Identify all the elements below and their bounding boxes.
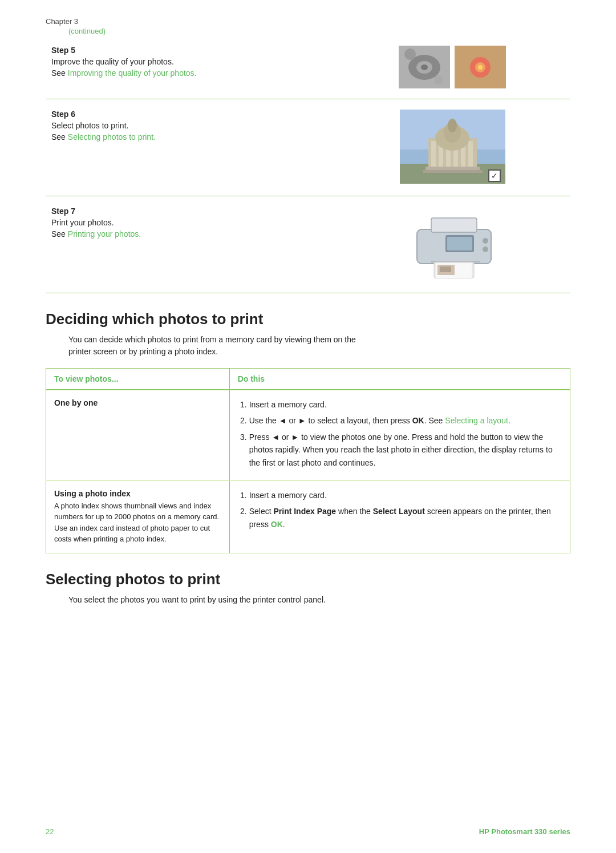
col-view-header: To view photos... — [46, 369, 230, 390]
footer-product-name: HP Photosmart 330 series — [479, 827, 570, 836]
svg-point-9 — [478, 65, 483, 70]
step-7-printer-icon — [400, 207, 505, 281]
svg-rect-39 — [440, 266, 451, 272]
do-item-1-3: Press ◄ or ► to view the photos one by o… — [249, 431, 562, 469]
step-5-see: See Improving the quality of your photos… — [51, 68, 329, 78]
step-6-link[interactable]: Selecting photos to print. — [68, 132, 156, 142]
step-5-row: Step 5 Improve the quality of your photo… — [46, 35, 570, 99]
step-6-checkmark-icon: ✓ — [488, 169, 501, 182]
svg-rect-16 — [431, 141, 436, 169]
svg-rect-26 — [423, 170, 483, 173]
svg-rect-21 — [468, 141, 473, 169]
do-cell-photo-index: Insert a memory card. Select Print Index… — [229, 480, 570, 553]
continued-label: (continued) — [46, 27, 570, 35]
footer-page-number: 22 — [46, 827, 54, 836]
step-5-photo1-icon — [399, 46, 450, 88]
step-6-text: Step 6 Select photos to print. See Selec… — [46, 99, 334, 196]
step-7-link[interactable]: Printing your photos. — [68, 229, 141, 238]
view-row-photo-index: Using a photo index A photo index shows … — [46, 480, 570, 553]
view-cell-one-by-one: One by one — [46, 390, 230, 480]
deciding-section-intro: You can decide which photos to print fro… — [46, 334, 570, 358]
col-do-header: Do this — [229, 369, 570, 390]
step-5-link[interactable]: Improving the quality of your photos. — [68, 68, 197, 78]
do-item-2-2: Select Print Index Page when the Select … — [249, 505, 562, 531]
view-table-header-row: To view photos... Do this — [46, 369, 570, 390]
deciding-section-title: Deciding which photos to print — [46, 310, 570, 328]
step-7-see-prefix: See — [51, 229, 68, 238]
step-6-see: See Selecting photos to print. — [51, 132, 329, 142]
selecting-section-intro: You select the photos you want to print … — [46, 594, 570, 606]
view-photos-table: To view photos... Do this One by one Ins… — [46, 368, 570, 553]
view-label-photo-index: Using a photo index — [54, 489, 221, 498]
view-row-one-by-one: One by one Insert a memory card. Use the… — [46, 390, 570, 480]
step-5-see-prefix: See — [51, 68, 68, 78]
svg-point-5 — [434, 75, 443, 84]
do-cell-one-by-one: Insert a memory card. Use the ◄ or ► to … — [229, 390, 570, 480]
do-item-2-1: Insert a memory card. — [249, 489, 562, 502]
view-desc-photo-index: A photo index shows thumbnail views and … — [54, 500, 221, 545]
step-6-see-prefix: See — [51, 132, 68, 142]
step-7-text: Step 7 Print your photos. See Printing y… — [46, 196, 334, 293]
step-7-image-cell — [334, 196, 570, 293]
page-footer: 22 HP Photosmart 330 series — [46, 827, 570, 836]
step-7-row: Step 7 Print your photos. See Printing y… — [46, 196, 570, 293]
svg-rect-33 — [447, 237, 472, 250]
selecting-section-title: Selecting photos to print — [46, 571, 570, 588]
svg-point-34 — [483, 238, 488, 244]
steps-table: Step 5 Improve the quality of your photo… — [46, 35, 570, 293]
step-6-desc: Select photos to print. — [51, 121, 329, 130]
svg-rect-29 — [431, 218, 477, 232]
step-5-text: Step 5 Improve the quality of your photo… — [46, 35, 334, 99]
step-6-label: Step 6 — [51, 110, 329, 119]
do-list-one-by-one: Insert a memory card. Use the ◄ or ► to … — [238, 398, 562, 469]
svg-point-24 — [448, 119, 457, 132]
step-6-image-cell: ✓ — [334, 99, 570, 196]
step-5-image-cell — [334, 35, 570, 99]
do-list-photo-index: Insert a memory card. Select Print Index… — [238, 489, 562, 531]
view-label-one-by-one: One by one — [54, 398, 221, 407]
step-7-desc: Print your photos. — [51, 218, 329, 227]
step-5-images — [340, 46, 565, 88]
chapter-label: Chapter 3 — [46, 17, 570, 26]
svg-rect-25 — [425, 167, 480, 170]
step-5-photo2-icon — [455, 46, 506, 88]
step-6-image-wrapper: ✓ — [400, 110, 505, 185]
selecting-layout-link[interactable]: Selecting a layout — [445, 416, 508, 425]
svg-point-4 — [404, 48, 416, 60]
step-6-row: Step 6 Select photos to print. See Selec… — [46, 99, 570, 196]
do-item-1-1: Insert a memory card. — [249, 398, 562, 411]
view-cell-photo-index: Using a photo index A photo index shows … — [46, 480, 230, 553]
do-item-1-2: Use the ◄ or ► to select a layout, then … — [249, 414, 562, 427]
svg-point-3 — [421, 64, 428, 70]
svg-point-35 — [483, 246, 488, 252]
step-7-see: See Printing your photos. — [51, 229, 329, 238]
step-5-desc: Improve the quality of your photos. — [51, 57, 329, 66]
step-7-label: Step 7 — [51, 207, 329, 216]
step-5-label: Step 5 — [51, 46, 329, 55]
